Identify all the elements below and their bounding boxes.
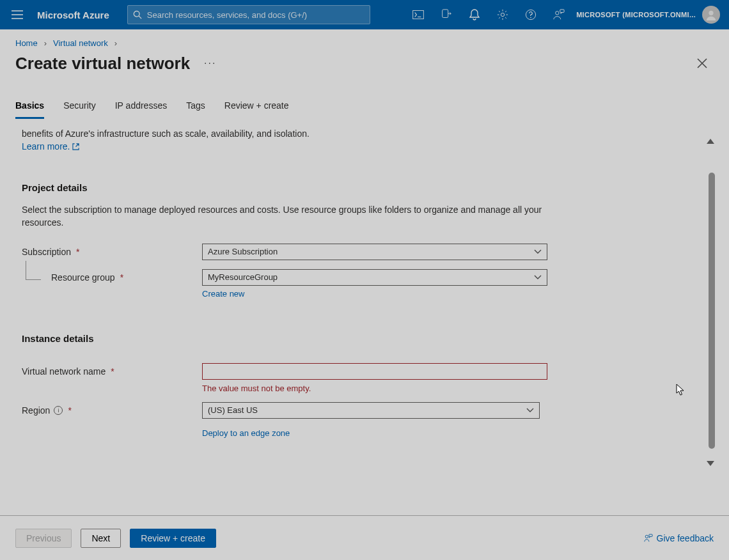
instance-details-heading: Instance details [22,333,714,344]
intro-line: benefits of Azure's infrastructure such … [22,128,310,139]
person-feedback-icon [553,9,565,20]
subscription-row: Subscription* Azure Subscription [22,244,714,260]
vnet-name-input[interactable] [202,363,547,380]
svg-point-4 [501,13,504,16]
vnet-name-error: The value must not be empty. [202,384,714,393]
tree-connector-icon [26,261,41,280]
tab-ip-addresses[interactable]: IP addresses [115,100,167,119]
resource-group-select[interactable]: MyResourceGroup [202,269,547,286]
give-feedback-link[interactable]: Give feedback [644,533,714,543]
breadcrumb: Home › Virtual network › [0,29,729,48]
next-button[interactable]: Next [81,529,121,548]
bell-icon [469,9,480,20]
resource-group-label: Resource group* [22,272,202,283]
chevron-right-icon: › [114,38,117,48]
page-more-menu[interactable]: ··· [204,58,216,69]
svg-point-9 [709,11,713,15]
vnet-name-row: Virtual network name* [22,363,714,380]
svg-rect-3 [443,10,448,18]
top-bar: Microsoft Azure MICROSOFT (MICROSOFT.ONM… [0,0,729,29]
breadcrumb-home[interactable]: Home [15,38,38,48]
svg-rect-11 [648,534,652,536]
global-search[interactable] [127,5,370,24]
tab-basics[interactable]: Basics [15,100,44,119]
triangle-up-icon [707,139,714,144]
chevron-down-icon [534,249,542,254]
svg-rect-8 [560,10,564,13]
wizard-footer: Previous Next Review + create Give feedb… [0,515,729,560]
chevron-down-icon [526,408,534,413]
copilot-button[interactable] [433,0,460,29]
project-details-heading: Project details [22,182,714,193]
svg-point-6 [530,17,531,19]
notifications-button[interactable] [461,0,488,29]
settings-button[interactable] [489,0,516,29]
learn-more-link[interactable]: Learn more. [22,141,79,153]
subscription-label: Subscription* [22,247,202,257]
vnet-name-label: Virtual network name* [22,366,202,377]
avatar-icon [705,9,717,20]
create-new-rg-link[interactable]: Create new [202,289,244,299]
tab-tags[interactable]: Tags [186,100,205,119]
breadcrumb-virtual-network[interactable]: Virtual network [53,38,108,48]
deploy-edge-zone-link[interactable]: Deploy to an edge zone [202,428,290,438]
previous-button: Previous [15,529,72,548]
search-icon [133,10,142,19]
close-icon [697,58,707,68]
resource-group-value: MyResourceGroup [208,272,278,282]
project-details-desc: Select the subscription to manage deploy… [22,203,546,229]
region-value: (US) East US [208,405,258,415]
scroll-down-button[interactable] [705,458,716,469]
page-header: Create virtual network ··· [0,48,729,75]
triangle-down-icon [707,461,714,466]
scroll-up-button[interactable] [705,136,716,147]
cloud-shell-icon [412,10,424,19]
tenant-label[interactable]: MICROSOFT (MICROSOFT.ONMI... [576,11,696,19]
scrollbar-thumb[interactable] [709,173,715,449]
tab-review-create[interactable]: Review + create [224,100,289,119]
svg-point-0 [134,11,139,17]
give-feedback-label: Give feedback [657,533,714,543]
feedback-icon [644,534,653,543]
brand-label: Microsoft Azure [37,10,109,20]
svg-line-1 [139,16,141,19]
svg-point-10 [645,535,648,538]
chevron-down-icon [534,275,542,280]
hamburger-icon [12,10,23,19]
wizard-tabs: Basics Security IP addresses Tags Review… [0,75,729,119]
svg-point-7 [556,12,559,15]
external-link-icon [72,143,79,150]
learn-more-label: Learn more. [22,141,70,153]
region-row: Region i * (US) East US [22,402,714,419]
chevron-right-icon: › [44,38,47,48]
review-create-button[interactable]: Review + create [130,529,216,548]
info-icon[interactable]: i [54,406,63,415]
tab-security[interactable]: Security [63,100,96,119]
close-blade-button[interactable] [691,52,714,75]
help-icon [525,9,537,20]
gear-icon [497,9,508,20]
search-input[interactable] [147,10,364,20]
user-avatar[interactable] [702,6,720,24]
form-body: benefits of Azure's infrastructure such … [0,128,729,438]
page-title: Create virtual network [15,54,190,74]
help-button[interactable] [517,0,544,29]
resource-group-row: Resource group* MyResourceGroup [22,269,714,286]
subscription-select[interactable]: Azure Subscription [202,244,547,260]
copilot-icon [441,9,452,20]
svg-rect-2 [413,10,424,19]
region-label: Region i * [22,405,202,416]
subscription-value: Azure Subscription [208,247,278,256]
feedback-button[interactable] [545,0,572,29]
region-select[interactable]: (US) East US [202,402,540,419]
hamburger-button[interactable] [6,4,28,26]
intro-text: benefits of Azure's infrastructure such … [22,128,584,153]
cloud-shell-button[interactable] [405,0,432,29]
topbar-icon-group [405,0,572,29]
